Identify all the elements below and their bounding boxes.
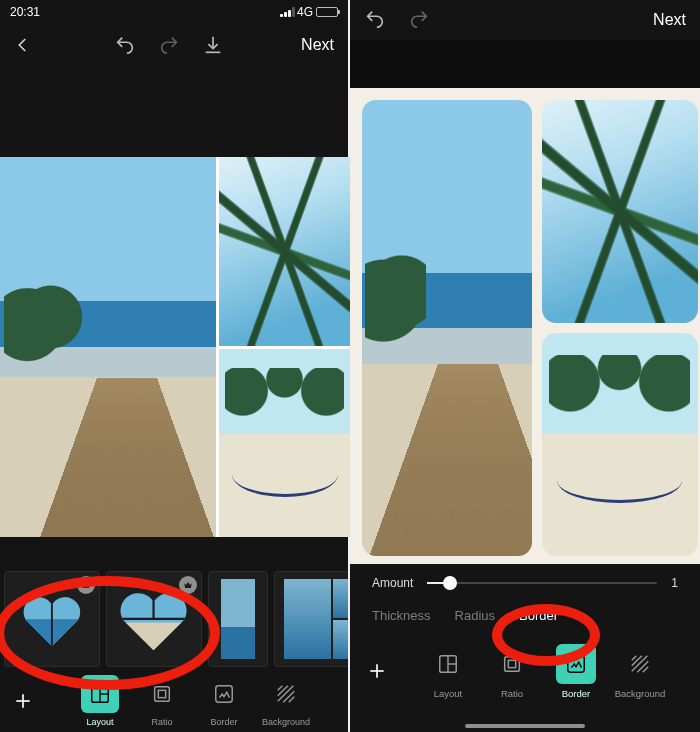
svg-rect-14 (216, 686, 233, 703)
tab-layout[interactable]: Layout (419, 644, 477, 699)
background-icon (620, 644, 660, 684)
svg-line-31 (637, 661, 648, 672)
status-right: 4G (280, 5, 338, 19)
tab-layout[interactable]: Layout (72, 675, 128, 727)
spacer (0, 66, 348, 157)
opt-thickness[interactable]: Thickness (372, 608, 431, 634)
next-button[interactable]: Next (301, 36, 334, 54)
bottom-toolbar: Layout Ratio Border Background (350, 634, 700, 708)
opt-radius[interactable]: Radius (455, 608, 495, 634)
svg-rect-26 (508, 660, 515, 667)
template-grid[interactable] (274, 571, 348, 667)
phone-screen-right: Next Amount 1 Thickness Radius Border La… (350, 0, 700, 732)
tab-label: Background (262, 717, 310, 727)
phone-screen-left: 20:31 4G Next (0, 0, 348, 732)
bottom-toolbar: Layout Ratio Border Background (0, 670, 348, 732)
border-suboptions: Thickness Radius Border (350, 602, 700, 634)
ratio-icon (143, 675, 181, 713)
collage-tile-3[interactable] (219, 349, 351, 538)
tab-label: Ratio (151, 717, 172, 727)
svg-line-19 (289, 697, 295, 703)
template-vertical[interactable] (208, 571, 268, 667)
add-button[interactable] (362, 656, 392, 686)
tab-label: Background (615, 688, 666, 699)
status-network: 4G (297, 5, 313, 19)
collage-tile-2[interactable] (542, 100, 698, 323)
tab-background[interactable]: Background (258, 675, 314, 727)
template-heart-2[interactable] (106, 571, 202, 667)
tab-ratio[interactable]: Ratio (134, 675, 190, 727)
svg-line-32 (643, 666, 649, 672)
opt-border[interactable]: Border (519, 608, 558, 634)
svg-rect-4 (117, 623, 190, 652)
amount-slider-row: Amount 1 (350, 564, 700, 602)
svg-rect-13 (158, 690, 165, 697)
svg-line-18 (283, 691, 294, 702)
border-icon (205, 675, 243, 713)
slider-value: 1 (671, 576, 678, 590)
next-button[interactable]: Next (653, 11, 686, 29)
battery-icon (316, 7, 338, 17)
template-heart-1[interactable] (4, 571, 100, 667)
collage-tile-1[interactable] (362, 100, 532, 556)
download-button[interactable] (202, 34, 224, 56)
tab-label: Border (210, 717, 237, 727)
undo-button[interactable] (364, 8, 386, 33)
tab-label: Ratio (501, 688, 523, 699)
template-strip[interactable] (0, 561, 348, 670)
redo-button[interactable] (408, 8, 430, 33)
border-icon (556, 644, 596, 684)
home-indicator[interactable] (465, 724, 585, 728)
slider-thumb[interactable] (443, 576, 457, 590)
svg-rect-27 (568, 655, 585, 672)
status-bar: 20:31 4G (0, 0, 348, 23)
svg-line-15 (278, 686, 283, 691)
svg-line-16 (278, 686, 288, 696)
layout-icon (81, 675, 119, 713)
top-nav: Next (350, 0, 700, 40)
svg-line-29 (632, 655, 642, 665)
svg-line-28 (632, 655, 637, 660)
svg-rect-12 (155, 687, 170, 702)
tab-label: Layout (434, 688, 463, 699)
tab-label: Border (562, 688, 591, 699)
background-icon (267, 675, 305, 713)
redo-button[interactable] (158, 34, 180, 56)
collage-canvas[interactable] (350, 88, 700, 564)
collage-canvas[interactable] (0, 157, 348, 537)
layout-icon (428, 644, 468, 684)
spacer (0, 537, 348, 560)
tab-ratio[interactable]: Ratio (483, 644, 541, 699)
collage-tile-2[interactable] (219, 157, 351, 346)
amount-slider[interactable] (427, 582, 657, 584)
collage-tile-1[interactable] (0, 157, 216, 537)
collage-tile-3[interactable] (542, 333, 698, 556)
top-nav: Next (0, 23, 348, 66)
svg-rect-25 (505, 656, 520, 671)
ratio-icon (492, 644, 532, 684)
status-time: 20:31 (10, 5, 40, 19)
undo-button[interactable] (114, 34, 136, 56)
signal-icon (280, 7, 294, 17)
add-button[interactable] (8, 686, 38, 716)
tab-border[interactable]: Border (196, 675, 252, 727)
spacer (350, 40, 700, 88)
slider-label: Amount (372, 576, 413, 590)
tab-border[interactable]: Border (547, 644, 605, 699)
tab-background[interactable]: Background (611, 644, 669, 699)
tab-label: Layout (86, 717, 113, 727)
back-button[interactable] (14, 36, 36, 54)
